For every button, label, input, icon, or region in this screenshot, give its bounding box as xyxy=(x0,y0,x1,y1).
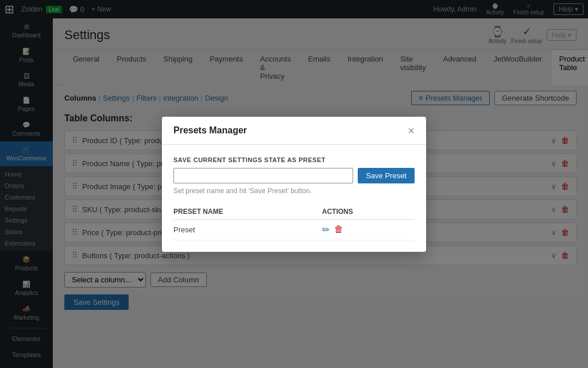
save-preset-button[interactable]: Save Preset xyxy=(358,168,415,183)
actions-header: ACTIONS xyxy=(322,204,415,220)
modal-close-button[interactable]: × xyxy=(408,125,415,136)
modal-input-row: Save Preset xyxy=(173,168,415,183)
modal-hint: Set preset name and hit 'Save Preset' bu… xyxy=(173,187,415,195)
preset-name-input[interactable] xyxy=(173,168,353,183)
edit-preset-icon[interactable]: ✏ xyxy=(322,224,330,235)
preset-actions-cell: ✏ 🗑 xyxy=(322,219,415,240)
modal-header: Presets Manager × xyxy=(162,117,426,145)
list-item: Preset ✏ 🗑 xyxy=(173,219,415,240)
presets-table: PRESET NAME ACTIONS Preset xyxy=(173,204,415,240)
delete-preset-icon[interactable]: 🗑 xyxy=(334,224,343,235)
modal-overlay: Presets Manager × SAVE CURRENT SETTINGS … xyxy=(0,0,588,368)
preset-name-header: PRESET NAME xyxy=(173,204,322,220)
preset-name-cell: Preset xyxy=(173,219,322,240)
preset-actions: ✏ 🗑 xyxy=(322,224,415,235)
modal-title: Presets Manager xyxy=(173,125,247,136)
modal-body: SAVE CURRENT SETTINGS STATE AS PRESET Sa… xyxy=(162,145,426,252)
app: ⊞ Zolden Live 💬 0 + New Howdy, Admin ⌚ A… xyxy=(0,0,588,368)
presets-manager-modal: Presets Manager × SAVE CURRENT SETTINGS … xyxy=(162,117,426,252)
modal-section-label: SAVE CURRENT SETTINGS STATE AS PRESET xyxy=(173,156,415,163)
